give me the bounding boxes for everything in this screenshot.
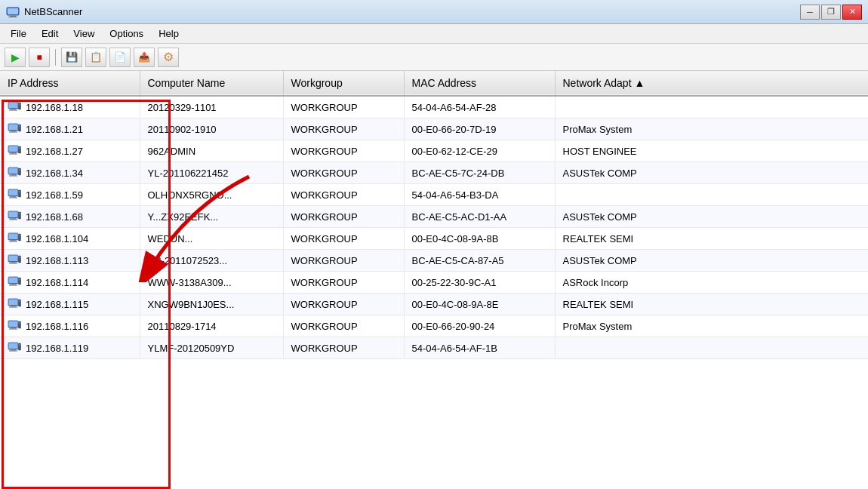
ip-value: 192.168.1.116 [26,321,88,332]
svg-rect-58 [19,278,20,280]
save-icon: 💾 [66,51,78,63]
cell-workgroup: WORKGROUP [283,140,404,162]
svg-rect-76 [19,344,20,346]
svg-rect-14 [9,132,17,133]
table-row[interactable]: 192.168.1.21 20110902-1910WORKGROUP00-E0… [0,118,868,140]
table-row[interactable]: 192.168.1.113 PC-2011072523...WORKGROUPB… [0,250,868,272]
copy-button[interactable]: 📋 [85,48,106,67]
save-button[interactable]: 💾 [61,48,82,67]
col-header-adapter[interactable]: Network Adapt ▲ [555,71,868,96]
svg-rect-46 [19,235,20,236]
cell-workgroup: WORKGROUP [283,184,404,206]
cell-mac: 00-E0-4C-08-9A-8E [404,294,555,315]
paste-button[interactable]: 📄 [109,48,131,67]
cell-workgroup: WORKGROUP [283,228,404,250]
svg-rect-20 [9,154,17,155]
svg-rect-74 [9,351,17,352]
svg-rect-49 [11,262,16,263]
toolbar-separator-1 [55,49,56,66]
svg-rect-8 [9,110,17,111]
cell-adapter [555,96,868,118]
menu-item-options[interactable]: Options [102,26,151,42]
cell-computer-name: 20110829-1714 [140,315,283,337]
cell-adapter [555,337,868,359]
ip-value: 192.168.1.119 [26,343,88,354]
col-header-name[interactable]: Computer Name [140,71,283,96]
cell-mac: 00-E0-66-20-7D-19 [404,118,555,140]
svg-rect-72 [9,343,18,349]
cell-adapter: ASUSTek COMP [555,206,868,228]
cell-workgroup: WORKGROUP [283,315,404,337]
ip-value: 192.168.1.68 [26,211,83,223]
network-table: IP Address Computer Name Workgroup MAC A… [0,71,868,359]
cell-computer-name: OLHONX5RGNO... [140,184,283,206]
play-button[interactable]: ▶ [5,48,26,67]
cell-ip: 192.168.1.115 [0,294,140,315]
table-row[interactable]: 192.168.1.115 XNGW9BN1J0ES...WORKGROUP00… [0,294,868,315]
cell-adapter: REALTEK SEMI [555,294,868,315]
cell-computer-name: 20120329-1101 [140,96,283,118]
stop-button[interactable]: ■ [29,48,50,67]
svg-rect-7 [11,109,16,110]
table-row[interactable]: 192.168.1.59 OLHONX5RGNO...WORKGROUP54-0… [0,184,868,206]
col-header-ip[interactable]: IP Address [0,71,140,96]
app-icon [6,5,20,19]
cell-ip: 192.168.1.119 [0,337,140,359]
cell-computer-name: PC-2011072523... [140,250,283,272]
ip-value: 192.168.1.104 [26,233,88,244]
cell-ip: 192.168.1.21 [0,118,140,140]
svg-rect-24 [9,168,18,174]
options-button[interactable]: ⚙ [158,48,179,67]
svg-rect-44 [9,241,17,242]
computer-icon [8,276,21,288]
cell-adapter: REALTEK SEMI [555,228,868,250]
table-container[interactable]: IP Address Computer Name Workgroup MAC A… [0,71,868,489]
ip-value: 192.168.1.113 [26,255,88,266]
cell-mac: 54-04-A6-54-AF-28 [404,96,555,118]
close-button[interactable]: ✕ [842,5,862,20]
cell-mac: 00-E0-4C-08-9A-8B [404,228,555,250]
cell-mac: 54-04-A6-54-AF-1B [404,337,555,359]
copy-icon: 📋 [90,51,102,63]
table-row[interactable]: 192.168.1.68 Y...ZX92EEFK...WORKGROUPBC-… [0,206,868,228]
cell-mac: BC-AE-C5-7C-24-DB [404,162,555,184]
menu-bar: FileEditViewOptionsHelp [0,24,868,44]
cell-workgroup: WORKGROUP [283,294,404,315]
menu-item-file[interactable]: File [3,26,34,42]
table-row[interactable]: 192.168.1.116 20110829-1714WORKGROUP00-E… [0,315,868,337]
table-row[interactable]: 192.168.1.104 WEDUN...WORKGROUP00-E0-4C-… [0,228,868,250]
cell-ip: 192.168.1.18 [0,96,140,118]
cell-workgroup: WORKGROUP [283,250,404,272]
cell-adapter: HOST ENGINEE [555,140,868,162]
ip-value: 192.168.1.34 [26,168,83,179]
table-row[interactable]: 192.168.1.27 962ADMINWORKGROUP00-E0-62-1… [0,140,868,162]
svg-rect-56 [9,285,17,286]
svg-rect-25 [11,174,16,176]
svg-rect-2 [8,17,17,17]
table-row[interactable]: 192.168.1.34 YL-201106221452WORKGROUPBC-… [0,162,868,184]
cell-workgroup: WORKGROUP [283,272,404,294]
computer-icon [8,211,21,223]
menu-item-help[interactable]: Help [151,26,186,42]
minimize-button[interactable]: ─ [800,5,820,20]
svg-rect-70 [19,322,20,324]
cell-workgroup: WORKGROUP [283,162,404,184]
svg-rect-28 [19,169,20,171]
svg-rect-62 [9,307,17,308]
table-row[interactable]: 192.168.1.18 20120329-1101WORKGROUP54-04… [0,96,868,118]
cell-mac: 00-E0-66-20-90-24 [404,315,555,337]
table-row[interactable]: 192.168.1.119 YLMF-20120509YDWORKGROUP54… [0,337,868,359]
export-button[interactable]: 📤 [134,48,155,67]
menu-item-edit[interactable]: Edit [34,26,66,42]
col-header-workgroup[interactable]: Workgroup [283,71,404,96]
computer-icon [8,123,21,135]
table-row[interactable]: 192.168.1.114 WWW-3138A309...WORKGROUP00… [0,272,868,294]
restore-button[interactable]: ❐ [821,5,841,20]
ip-value: 192.168.1.114 [26,277,88,288]
svg-rect-60 [9,300,18,306]
options-icon: ⚙ [163,50,174,64]
svg-rect-73 [11,349,16,351]
col-header-mac[interactable]: MAC Address [404,71,555,96]
menu-item-view[interactable]: View [66,26,102,42]
computer-icon [8,101,21,113]
